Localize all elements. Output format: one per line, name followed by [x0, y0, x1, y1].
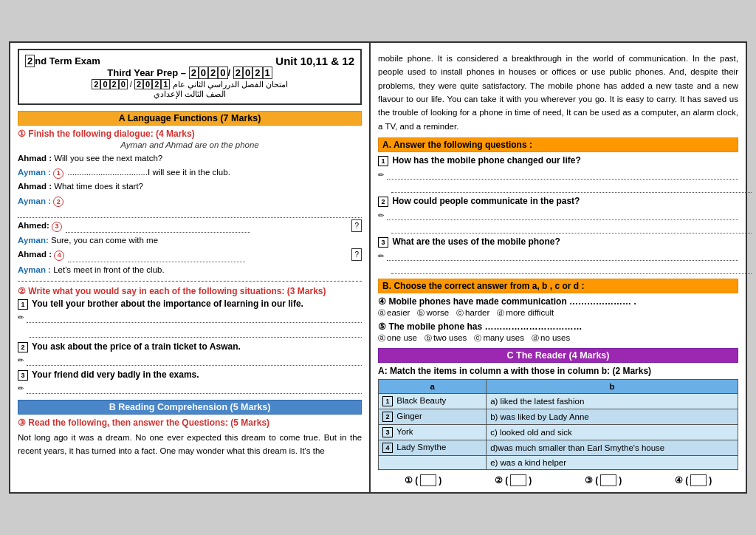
q2-label: ② Write what you would say in each of th…: [18, 286, 362, 296]
answer-section: 1 How has the mobile phone changed our l…: [378, 155, 738, 274]
right-panel: mobile phone. It is considered a breakth…: [371, 43, 746, 492]
pencil-icon-1: ✏: [18, 313, 24, 321]
answer-questions-header: A. Answer the following questions :: [378, 137, 738, 152]
reader-match-label: A: Match the items in column a with thos…: [378, 366, 738, 376]
dialogue-line-1: Ahmad : Will you see the next match?: [18, 152, 362, 165]
aq-2-line1: ✏: [378, 208, 738, 222]
table-row: 1 Black Beauty a) liked the latest fashi…: [379, 394, 738, 409]
lang-functions-header: A Language Functions (7 Marks): [18, 111, 362, 126]
year-title: Third Year Prep – 2020/ 2021: [25, 67, 354, 78]
aq-1-line1: ✏: [378, 168, 738, 181]
reader-header-label: C The Reader (4 Marks): [507, 350, 610, 361]
reader-cell-b5: e) was a kind helper: [487, 456, 738, 470]
answer-slot-2: ② ( ): [495, 474, 532, 486]
exam-page: 2nd Term Exam Unit 10,11 & 12 Third Year…: [9, 41, 747, 494]
reader-table: a b 1 Black Beauty a) liked the latest f…: [378, 379, 738, 470]
dialogue-line-7: Ahmad : 4 ?: [18, 248, 362, 262]
reader-cell-a4: 4 Lady Smythe: [379, 440, 487, 456]
slot-box-4: [690, 474, 707, 486]
answer-slot-1: ① ( ): [405, 474, 441, 486]
table-row: e) was a kind helper: [379, 456, 738, 470]
col-a-header: a: [379, 380, 487, 394]
answer-slot-4: ④ ( ): [675, 474, 712, 486]
exam-header: 2nd Term Exam Unit 10,11 & 12 Third Year…: [18, 49, 362, 105]
lang-functions-label: A Language Functions (7 Marks): [119, 113, 261, 123]
answers-row: ① ( ) ② ( ) ③ ( ) ④ ( ): [378, 474, 738, 486]
q1-label-text: ① Finish the following dialogue: (4 Mark…: [18, 129, 195, 139]
divider-1: [18, 281, 362, 282]
choose-q4: ④ Mobile phones have made communication …: [378, 296, 738, 307]
dialogue-line-3: Ahmad : What time does it start?: [18, 180, 362, 193]
table-row: 3 York c) looked old and sick: [379, 425, 738, 440]
speaker-ahmad-1: Ahmad :: [18, 154, 54, 163]
pencil-icon-aq3: ✏: [378, 252, 384, 260]
answer-questions-label: A. Answer the following questions :: [382, 140, 532, 150]
situation-3: 3 Your friend did very badly in the exam…: [18, 369, 362, 381]
situation-1: 1 You tell your brother about the import…: [18, 299, 362, 310]
pencil-icon-3: ✏: [18, 384, 24, 392]
dialogue-line-6: Ayman: Sure, you can come with me: [18, 234, 362, 247]
pencil-icon-aq2: ✏: [378, 211, 384, 219]
exam-title: 2nd Term Exam: [25, 55, 100, 67]
left-panel: 2nd Term Exam Unit 10,11 & 12 Third Year…: [10, 43, 371, 492]
col-b-header: b: [487, 380, 738, 394]
reading-header-label: B Reading Comprehension (5 Marks): [109, 402, 271, 412]
dialogue-line-5: Ahmed: 3 ?: [18, 219, 362, 233]
dialogue-line-4: Ayman : 2: [18, 195, 362, 218]
slot-box-1: [420, 474, 436, 486]
reading-header: B Reading Comprehension (5 Marks): [18, 400, 362, 415]
reader-cell-a3: 3 York: [379, 425, 487, 440]
situation-2: 2 You ask about the price of a train tic…: [18, 341, 362, 352]
pencil-icon-2: ✏: [18, 356, 24, 364]
dialogue-title: Ayman and Ahmad are on the phone: [18, 140, 362, 149]
aq-3-line1: ✏: [378, 249, 738, 262]
answer-1: ✏: [18, 311, 362, 324]
choose-q4-options: ⓐeasier ⓑworse ⓒharder ⓓmore difficult: [378, 308, 738, 318]
situations-section: 1 You tell your brother about the import…: [18, 299, 362, 395]
q1-label: ① Finish the following dialogue: (4 Mark…: [18, 129, 362, 139]
answer-slot-3: ③ ( ): [585, 474, 622, 486]
choose-header: B. Choose the correct answer from a, b ,…: [378, 279, 738, 293]
reader-cell-b2: b) was liked by Lady Anne: [487, 409, 738, 425]
reader-cell-a1: 1 Black Beauty: [379, 394, 487, 409]
reader-header: C The Reader (4 Marks): [378, 348, 738, 363]
reader-match-text: A: Match the items in column a with thos…: [378, 366, 651, 376]
reader-cell-a5: [379, 456, 487, 470]
dialogue-line-2: Ayman : 1 ..............................…: [18, 166, 362, 179]
dialogue-line-8: Ayman : Let's meet in front of the club.: [18, 264, 362, 276]
reading-q-label: ③ Read the following, then answer the Qu…: [18, 418, 362, 428]
passage-text: Not long ago it was a dream. No one ever…: [18, 431, 362, 458]
speaker-ayman-1: Ayman :: [18, 168, 51, 177]
table-row: 2 Ginger b) was liked by Lady Anne: [379, 409, 738, 425]
dialogue-section: Ahmad : Will you see the next match? Aym…: [18, 152, 362, 276]
choose-header-label: B. Choose the correct answer from a, b ,…: [382, 281, 584, 291]
reader-cell-b4: d)was much smaller than Earl Smythe's ho…: [487, 440, 738, 456]
arabic-line1: امتحان الفصل الدرراسي الثاني عام 2021 / …: [25, 80, 354, 89]
reader-cell-b1: a) liked the latest fashion: [487, 394, 738, 409]
slot-box-2: [510, 474, 526, 486]
unit-label: Unit 10,11 & 12: [275, 55, 354, 67]
choose-q5-options: ⓐone use ⓑtwo uses ⓒmany uses ⓓno uses: [378, 333, 738, 344]
aq-1: 1 How has the mobile phone changed our l…: [378, 155, 738, 166]
table-row: 4 Lady Smythe d)was much smaller than Ea…: [379, 440, 738, 456]
reader-cell-b3: c) looked old and sick: [487, 425, 738, 440]
boxed-2: 2: [25, 55, 35, 67]
answer-1b: [18, 326, 362, 339]
passage-continuation: mobile phone. It is considered a breakth…: [378, 52, 738, 133]
table-header-row: a b: [379, 380, 738, 394]
choose-q5: ⑤ The mobile phone has ……………………………: [378, 321, 738, 332]
answer-2: ✏: [18, 354, 362, 367]
reader-cell-a2: 2 Ginger: [379, 409, 487, 425]
slot-box-3: [600, 474, 616, 486]
aq-2: 2 How could people communicate in the pa…: [378, 196, 738, 207]
arabic-class: الصف الثالث الإعدادي: [25, 89, 354, 99]
aq-3: 3 What are the uses of the mobile phone?: [378, 236, 738, 248]
pencil-icon-aq1: ✏: [378, 171, 384, 179]
choose-section: B. Choose the correct answer from a, b ,…: [378, 279, 738, 344]
answer-3: ✏: [18, 382, 362, 395]
